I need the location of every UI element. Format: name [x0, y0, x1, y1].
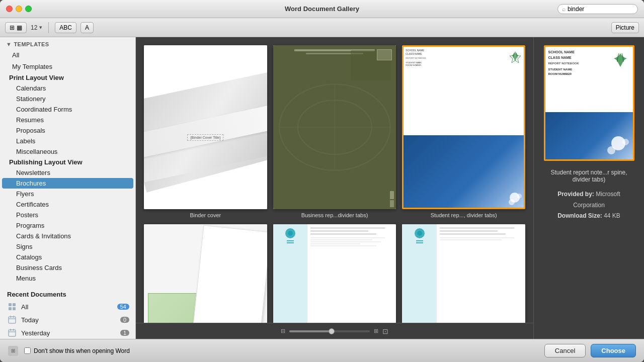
toolbar: ⊞ ▦ 12 ▾ ABC A Picture [0, 18, 644, 37]
gallery-area: {Binder Cover Title} Binder cover [136, 37, 533, 339]
template-card-business-rep[interactable]: Business rep...divider tabs) [273, 45, 396, 218]
close-button[interactable] [6, 6, 13, 12]
recent-yesterday-icon [7, 328, 17, 338]
sidebar-item-catalogs[interactable]: Catalogs [2, 252, 133, 262]
zoom-unit: ▾ [39, 24, 42, 31]
detail-thumb: SCHOOL NAMECLASS NAME REPORT NOTEBOOK ST… [544, 45, 634, 161]
template-thumb-4 [144, 224, 267, 323]
template-card-school-proj[interactable]: School proje...notebook kit [144, 224, 267, 323]
a-button[interactable]: A [80, 22, 94, 33]
provided-by-label: Provided by: [557, 191, 594, 198]
a-label: A [85, 24, 89, 31]
dont-show-checkbox-area[interactable]: Don't show this when opening Word [24, 347, 130, 354]
recent-item-yesterday[interactable]: Yesterday 1 [0, 326, 135, 339]
detail-panel: SCHOOL NAMECLASS NAME REPORT NOTEBOOK ST… [533, 37, 644, 339]
search-input[interactable] [568, 6, 633, 13]
sidebar-item-menus[interactable]: Menus [2, 273, 133, 284]
sidebar-toggle-icon: ⊞ [11, 348, 15, 353]
detail-title: Student report note...r spine, divider t… [542, 169, 636, 183]
bottom-buttons: Cancel Choose [544, 344, 636, 357]
recent-item-today[interactable]: Today 0 [0, 313, 135, 326]
minimize-button[interactable] [16, 6, 22, 12]
template-card-student-rep[interactable]: SCHOOL NAMECLASS NAME REPORT NOTEBOOK ST… [402, 45, 525, 218]
detail-meta: Provided by: Microsoft Corporation Downl… [542, 189, 636, 222]
template-thumb-1: {Binder Cover Title} [144, 45, 267, 209]
search-box[interactable]: ⌕ [557, 4, 638, 14]
recent-all-icon [7, 302, 17, 312]
svg-rect-4 [9, 317, 16, 323]
templates-header: ▼ TEMPLATES [0, 37, 135, 49]
sidebar-publishing-layout[interactable]: Publishing Layout View [2, 157, 133, 167]
sidebar-item-calendars[interactable]: Calendars [2, 83, 133, 94]
picture-label: Picture [616, 24, 634, 31]
sidebar-item-my-templates[interactable]: My Templates [2, 61, 133, 72]
abc-label: ABC [59, 24, 72, 31]
sidebar-item-proposals[interactable]: Proposals [2, 125, 133, 136]
recent-section-header: Recent Documents [0, 288, 135, 300]
template-label-2: Business rep...divider tabs) [301, 212, 368, 218]
sidebar-toggle-button[interactable]: ⊞ [8, 346, 18, 356]
download-size-label: Download Size: [557, 212, 602, 219]
sidebar-item-posters[interactable]: Posters [2, 210, 133, 220]
sidebar-item-cards[interactable]: Cards & Invitations [2, 231, 133, 241]
bottom-bar: ⊞ Don't show this when opening Word Canc… [0, 339, 644, 362]
zoom-fit-icon: ⊡ [382, 327, 388, 335]
sidebar-item-certificates[interactable]: Certificates [2, 199, 133, 210]
titlebar: Word Document Gallery ⌕ [0, 0, 644, 18]
sidebar-item-all[interactable]: All [2, 49, 133, 61]
traffic-lights [6, 6, 32, 12]
abc-button[interactable]: ABC [55, 22, 76, 33]
layout-icon: ⊞ [10, 24, 15, 31]
toolbar-divider [48, 22, 49, 33]
template-card-ready-index-5a[interactable]: Ready Index...tents (5-tab) [402, 224, 525, 323]
template-card-binder-cover[interactable]: {Binder Cover Title} Binder cover [144, 45, 267, 218]
svg-rect-3 [13, 307, 16, 310]
sidebar-item-business-cards[interactable]: Business Cards [2, 262, 133, 273]
picture-button[interactable]: Picture [611, 22, 639, 33]
layout-label: ▦ [17, 24, 22, 31]
recent-item-all[interactable]: All 54 [0, 300, 135, 313]
sidebar-item-signs[interactable]: Signs [2, 241, 133, 252]
choose-button[interactable]: Choose [591, 344, 636, 357]
template-card-ready-index-15[interactable]: Ready Index...ents (15-tab) [273, 224, 396, 323]
recent-all-badge: 54 [117, 304, 129, 310]
window: Word Document Gallery ⌕ ⊞ ▦ 12 ▾ ABC A P… [0, 0, 644, 362]
cancel-button[interactable]: Cancel [544, 344, 586, 357]
dont-show-label: Don't show this when opening Word [34, 347, 130, 354]
recent-yesterday-label: Yesterday [21, 329, 116, 337]
zoom-min-icon: ⊟ [281, 328, 285, 334]
zoom-label: 12 [31, 24, 37, 31]
triangle-icon: ▼ [6, 41, 12, 47]
sidebar: ▼ TEMPLATES All My Templates Print Layou… [0, 37, 136, 339]
recent-today-icon [7, 315, 17, 325]
template-label-3: Student rep..., divider tabs) [431, 212, 497, 218]
recent-today-label: Today [21, 316, 116, 324]
sidebar-item-newsletters[interactable]: Newsletters [2, 167, 133, 178]
sidebar-item-programs[interactable]: Programs [2, 220, 133, 231]
gallery-grid: {Binder Cover Title} Binder cover [136, 37, 533, 323]
recent-today-badge: 0 [120, 317, 129, 323]
sidebar-item-flyers[interactable]: Flyers [2, 189, 133, 199]
window-title: Word Document Gallery [285, 5, 359, 13]
gallery-zoom-bar: ⊟ ⊞ ⊡ [136, 323, 533, 339]
sidebar-item-labels[interactable]: Labels [2, 136, 133, 146]
layout-toggle-button[interactable]: ⊞ ▦ [5, 22, 27, 33]
zoom-control: 12 ▾ [31, 24, 42, 31]
template-thumb-2 [273, 45, 396, 209]
sidebar-item-miscellaneous[interactable]: Miscellaneous [2, 146, 133, 157]
svg-rect-0 [9, 303, 12, 306]
svg-rect-2 [9, 307, 12, 310]
sidebar-item-brochures[interactable]: Brochures [2, 178, 133, 189]
svg-rect-8 [9, 330, 16, 336]
sidebar-item-resumes[interactable]: Resumes [2, 115, 133, 125]
sidebar-item-stationery[interactable]: Stationery [2, 94, 133, 104]
recent-all-label: All [21, 303, 113, 311]
zoom-slider[interactable] [289, 330, 370, 332]
template-thumb-6 [402, 224, 525, 323]
sidebar-item-coordinated-forms[interactable]: Coordinated Forms [2, 104, 133, 115]
zoom-max-icon: ⊞ [374, 328, 378, 334]
dont-show-checkbox[interactable] [24, 347, 31, 354]
maximize-button[interactable] [25, 6, 32, 12]
template-thumb-3: SCHOOL NAMECLASS NAME REPORT NOTEBOOK ST… [402, 45, 525, 209]
sidebar-print-layout[interactable]: Print Layout View [2, 72, 133, 83]
